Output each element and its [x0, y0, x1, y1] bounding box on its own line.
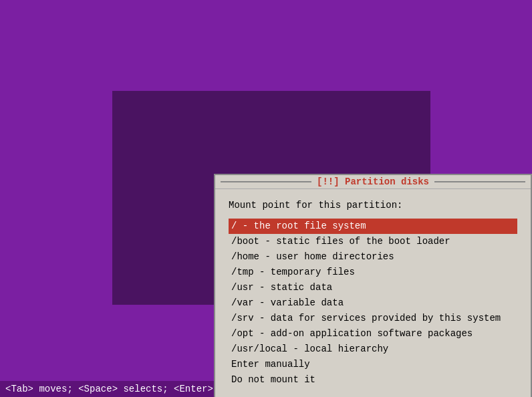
option-item-var[interactable]: /var - variable data — [229, 295, 517, 311]
mount-point-label: Mount point for this partition: — [229, 200, 517, 211]
option-item-home[interactable]: /home - user home directories — [229, 249, 517, 265]
option-item-boot[interactable]: /boot - static files of the boot loader — [229, 234, 517, 249]
option-item-enter-manually[interactable]: Enter manually — [229, 357, 517, 372]
option-item-srv[interactable]: /srv - data for services provided by thi… — [229, 311, 517, 326]
option-item-usr-local[interactable]: /usr/local - local hierarchy — [229, 342, 517, 357]
option-item-opt[interactable]: /opt - add-on application software packa… — [229, 326, 517, 342]
dialog-body: Mount point for this partition: / - the … — [215, 189, 531, 397]
dialog-title-bar: [!!] Partition disks — [215, 175, 531, 189]
option-item-usr[interactable]: /usr - static data — [229, 280, 517, 295]
option-item-tmp[interactable]: /tmp - temporary files — [229, 265, 517, 280]
option-item-root[interactable]: / - the root file system — [229, 219, 517, 234]
dialog-box: [!!] Partition disks Mount point for thi… — [214, 174, 532, 397]
option-item-do-not-mount[interactable]: Do not mount it — [229, 372, 517, 388]
options-list: / - the root file system/boot - static f… — [229, 219, 517, 388]
title-line-right — [434, 181, 525, 182]
dialog-title: [!!] Partition disks — [317, 176, 429, 187]
title-line-left — [221, 181, 311, 182]
